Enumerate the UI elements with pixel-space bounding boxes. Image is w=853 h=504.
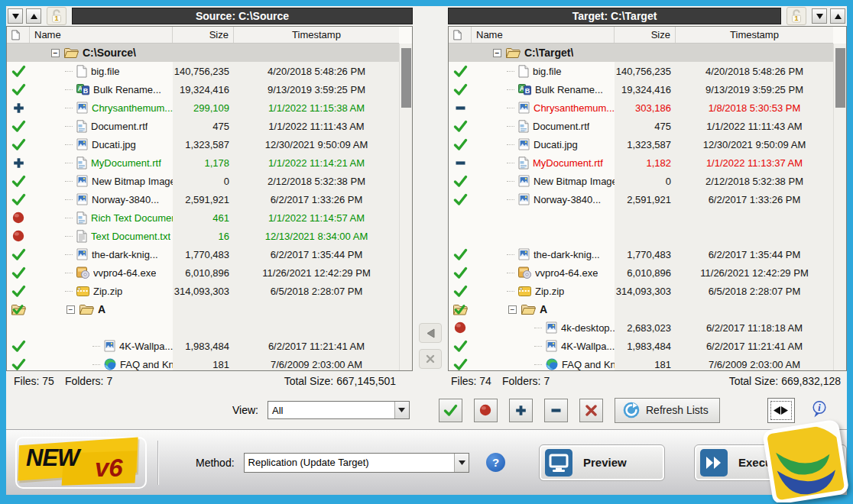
timestamp-cell: 12/13/2021 8:34:00 AM: [234, 227, 399, 245]
file-name: MyDocument.rtf: [533, 157, 603, 169]
timestamp-cell: 11/26/2021 12:42:29 PM: [234, 263, 399, 282]
file-row[interactable]: Text Document.txt 16 12/13/2021 8:34:00 …: [7, 227, 399, 245]
view-select[interactable]: All: [268, 401, 410, 419]
root-folder-row[interactable]: − C:\Source\: [7, 44, 399, 62]
filter-check-button[interactable]: [439, 399, 462, 422]
file-type-column-header[interactable]: [7, 27, 30, 43]
help-button[interactable]: ?: [486, 453, 505, 472]
tree-line: [534, 346, 542, 347]
rtf-icon: [76, 120, 87, 133]
tree-expander-icon[interactable]: −: [508, 305, 517, 314]
file-row[interactable]: Norway-3840... 2,591,921 6/2/2017 1:33:2…: [7, 190, 399, 208]
name-cell: FAQ and Knowle...: [472, 355, 615, 370]
tree-expander-icon[interactable]: −: [51, 49, 60, 57]
file-row[interactable]: FAQ and Knowle... 181 7/6/2009 2:03:00 A…: [449, 355, 833, 370]
file-name: the-dark-knig...: [534, 249, 600, 260]
file-row[interactable]: MyDocument.rtf 1,178 1/1/2022 11:14:21 A…: [7, 153, 399, 172]
file-row[interactable]: AB Bulk Rename... 19,324,416 9/13/2019 3…: [449, 80, 833, 99]
source-file-list: − C:\Source\ big.file 140,756,235 4/20/2…: [7, 44, 399, 370]
timestamp-column-header[interactable]: Timestamp: [234, 27, 399, 43]
file-row[interactable]: Zip.zip 314,093,303 6/5/2018 2:28:07 PM: [449, 282, 833, 300]
file-row[interactable]: − A: [7, 300, 399, 318]
target-scroll-down-button[interactable]: [812, 8, 827, 24]
method-select[interactable]: Replication (Update Target): [244, 453, 469, 473]
name-column-header[interactable]: Name: [472, 27, 615, 43]
file-row[interactable]: Zip.zip 314,093,303 6/5/2018 2:28:07 PM: [7, 282, 399, 300]
size-column-header[interactable]: Size: [615, 27, 676, 43]
source-scroll-up-button[interactable]: [26, 8, 41, 24]
source-lock-button[interactable]: 1: [47, 7, 66, 25]
target-scrollbar[interactable]: [833, 44, 846, 370]
file-row[interactable]: vvpro4-64.exe 6,010,896 11/26/2021 12:42…: [7, 263, 399, 282]
name-cell: MyDocument.rtf: [30, 153, 173, 172]
file-row[interactable]: New Bitmap Image.bmp 0 2/12/2018 5:32:38…: [449, 172, 833, 190]
timestamp-cell: 1/1/2022 11:11:43 AM: [676, 117, 833, 135]
arrow-left-icon: [774, 406, 780, 415]
size-cell: 6,010,896: [173, 263, 234, 282]
tree-line: [65, 144, 73, 145]
filter-dot-button[interactable]: [474, 399, 498, 422]
refresh-lists-button[interactable]: Refresh Lists: [615, 398, 720, 423]
source-scroll-down-button[interactable]: [8, 8, 23, 24]
folder-icon: [79, 303, 94, 315]
tree-expander-icon[interactable]: −: [66, 305, 75, 314]
tree-expander-icon[interactable]: −: [493, 49, 501, 57]
cancel-action-button[interactable]: [419, 349, 442, 369]
file-row[interactable]: Norway-3840... 2,591,921 6/2/2017 1:33:2…: [449, 190, 833, 208]
info-button[interactable]: i: [812, 401, 827, 419]
scrollbar-thumb[interactable]: [835, 48, 845, 108]
filter-plus-button[interactable]: [509, 399, 533, 422]
file-row[interactable]: 4K-Wallpa... 1,983,484 6/2/2017 11:21:41…: [449, 337, 833, 355]
dropdown-arrow-icon[interactable]: [454, 454, 469, 472]
row-status: [449, 117, 472, 135]
size-column-header[interactable]: Size: [173, 27, 234, 43]
size-cell: 1,770,483: [615, 245, 676, 263]
name-cell: New Bitmap Image.bmp: [30, 172, 173, 190]
file-row[interactable]: Ducati.jpg 1,323,587 12/30/2021 9:50:09 …: [7, 135, 399, 153]
dropdown-arrow-icon[interactable]: [394, 402, 409, 418]
size-cell: 303,186: [615, 99, 676, 117]
target-scroll-up-button[interactable]: [830, 8, 845, 24]
timestamp-column-header[interactable]: Timestamp: [676, 27, 833, 43]
file-row[interactable]: MyDocument.rtf 1,182 1/1/2022 11:13:37 A…: [449, 153, 833, 172]
file-row[interactable]: Document.rtf 475 1/1/2022 11:11:43 AM: [449, 117, 833, 135]
swap-direction-button[interactable]: [767, 398, 795, 423]
target-lock-button[interactable]: 1: [787, 7, 806, 25]
file-row[interactable]: Chrysanthemum... 303,186 1/8/2018 5:30:5…: [449, 99, 833, 117]
rtf-icon: [518, 120, 529, 133]
root-folder-row[interactable]: − C:\Target\: [449, 44, 833, 62]
file-row[interactable]: Ducati.jpg 1,323,587 12/30/2021 9:50:09 …: [449, 135, 833, 153]
file-row[interactable]: big.file 140,756,235 4/20/2018 5:48:26 P…: [449, 62, 833, 80]
row-status: [7, 44, 30, 62]
file-name: Norway-3840...: [92, 194, 159, 205]
name-column-header[interactable]: Name: [30, 27, 173, 43]
filter-minus-button[interactable]: [544, 399, 568, 422]
size-cell: 0: [173, 172, 234, 190]
file-row[interactable]: the-dark-knig... 1,770,483 6/2/2017 1:35…: [7, 245, 399, 263]
file-name: Bulk Rename...: [535, 84, 603, 95]
timestamp-cell: 7/6/2009 2:03:00 AM: [676, 355, 833, 370]
file-row[interactable]: FAQ and Knowle... 181 7/6/2009 2:03:00 A…: [7, 355, 399, 370]
copy-left-button[interactable]: [419, 323, 442, 343]
file-name: FAQ and Knowle...: [562, 359, 615, 370]
file-row[interactable]: vvpro4-64.exe 6,010,896 11/26/2021 12:42…: [449, 263, 833, 282]
preview-button[interactable]: Preview: [539, 444, 665, 481]
file-row[interactable]: New Bitmap Image.bmp 0 2/12/2018 5:32:38…: [7, 172, 399, 190]
file-row[interactable]: Rich Text Document.rtf 461 1/1/2022 11:1…: [7, 208, 399, 227]
file-row[interactable]: big.file 140,756,235 4/20/2018 5:48:26 P…: [7, 62, 399, 80]
name-cell: [30, 318, 173, 337]
file-row[interactable]: AB Bulk Rename... 19,324,416 9/13/2019 3…: [7, 80, 399, 99]
file-row[interactable]: 4K-Wallpa... 1,983,484 6/2/2017 11:21:41…: [7, 337, 399, 355]
source-scrollbar[interactable]: [399, 44, 412, 370]
name-cell: the-dark-knig...: [30, 245, 173, 263]
file-row[interactable]: the-dark-knig... 1,770,483 6/2/2017 1:35…: [449, 245, 833, 263]
size-cell: 1,178: [173, 153, 234, 172]
file-row[interactable]: Document.rtf 475 1/1/2022 11:11:43 AM: [7, 117, 399, 135]
scrollbar-thumb[interactable]: [401, 48, 411, 108]
file-row[interactable]: − A: [449, 300, 833, 318]
file-row[interactable]: 4k-desktop... 2,683,023 6/2/2017 11:18:1…: [449, 318, 833, 337]
filter-x-button[interactable]: [579, 399, 603, 422]
file-row[interactable]: Chrysanthemum... 299,109 1/1/2022 11:15:…: [7, 99, 399, 117]
file-type-column-header[interactable]: [449, 27, 472, 43]
source-panel: Name Size Timestamp − C:\Source\ big.fil…: [6, 26, 413, 371]
